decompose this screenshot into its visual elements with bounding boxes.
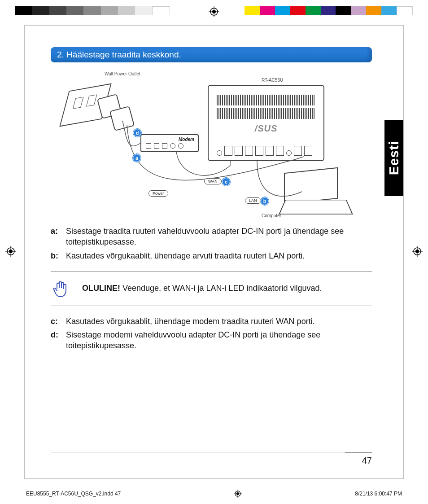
note-text: OLULINE! Veenduge, et WAN-i ja LAN-i LED… [82,284,322,293]
router-icon: /SUS [208,85,324,161]
step-text: Kasutades võrgukaablit, ühendage modem t… [66,316,372,327]
registration-mark-icon [5,246,16,257]
pill-wan: WAN [204,178,222,184]
step-text: Kasutades võrgukaablit, ühendage arvuti … [66,250,372,261]
section-heading-bar: 2. Häälestage traadita keskkond. [51,47,372,62]
page-frame: Eesti 2. Häälestage traadita keskkond. W… [24,25,404,479]
step-b: b: Kasutades võrgukaablit, ühendage arvu… [51,250,372,261]
language-tab-label: Eesti [386,141,402,175]
section-heading-text: 2. Häälestage traadita keskkond. [57,50,181,60]
footer-date: 8/21/13 6:00:47 PM [355,491,402,497]
modem-icon: Modem [140,134,199,152]
step-d: d: Sisestage modemi vahelduvvoolu adapte… [51,329,372,351]
router-model-label: RT-AC56U [262,78,283,83]
page-rule [51,452,372,452]
note-body: Veenduge, et WAN-i ja LAN-i LED indikaat… [120,284,322,293]
hand-stop-icon [51,279,70,298]
page-number: 47 [345,452,372,466]
steps-bottom: c: Kasutades võrgukaablit, ühendage mode… [51,316,372,351]
print-footer: EEU8555_RT-AC56U_QSG_v2.indd 47 8/21/13 … [26,490,402,498]
registration-mark-icon [234,490,242,498]
callout-b: b [261,197,269,205]
step-key: b: [51,250,66,261]
step-key: c: [51,316,66,327]
step-text: Sisestage traadita ruuteri vahelduvvoolu… [66,226,372,248]
important-note: OLULINE! Veenduge, et WAN-i ja LAN-i LED… [51,271,372,306]
callout-a: a [133,154,141,162]
step-a: a: Sisestage traadita ruuteri vahelduvvo… [51,226,372,248]
power-adapter-icon [109,106,135,131]
computer-label: Computer [262,213,281,218]
step-c: c: Kasutades võrgukaablit, ühendage mode… [51,316,372,327]
callout-c: c [222,178,230,186]
router-logo: /SUS [255,123,278,134]
step-key: a: [51,226,66,248]
setup-diagram: Wall Power Outlet RT-AC56U Modem /SUS [60,71,338,219]
callout-d: d [133,129,141,137]
wall-outlet-label: Wall Power Outlet [105,71,140,76]
modem-label: Modem [179,137,194,142]
pill-power: Power [148,190,168,197]
registration-mark-icon [209,6,219,17]
note-bold: OLULINE! [82,284,120,293]
step-key: d: [51,329,66,351]
steps-top: a: Sisestage traadita ruuteri vahelduvvo… [51,226,372,261]
pill-lan: LAN [245,197,261,204]
laptop-icon [284,170,351,215]
step-text: Sisestage modemi vahelduvvoolu adapter D… [66,329,372,351]
footer-file: EEU8555_RT-AC56U_QSG_v2.indd 47 [26,491,121,497]
language-tab: Eesti [384,120,403,196]
registration-mark-icon [412,246,423,257]
